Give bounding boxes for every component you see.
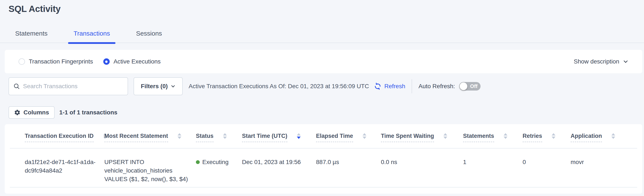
divider (412, 79, 412, 93)
filters-label: Filters (0) (141, 83, 168, 90)
tab-label: Transactions (74, 30, 110, 37)
cell-status: Executing (196, 148, 242, 187)
show-description-label: Show description (574, 58, 619, 65)
active-tab-indicator (68, 42, 116, 44)
cell-time-spent-waiting: 0.0 ns (381, 148, 463, 187)
refresh-icon (374, 82, 382, 90)
filters-button[interactable]: Filters (0) (134, 77, 183, 95)
column-header-status[interactable]: Status (196, 124, 242, 148)
tab-bar: Statements Transactions Sessions (0, 30, 644, 43)
tab-label: Sessions (136, 30, 162, 37)
sql-activity-page: SQL Activity Statements Transactions Ses… (0, 4, 644, 194)
columns-button-label: Columns (24, 109, 49, 116)
column-header-most-recent-statement[interactable]: Most Recent Statement (104, 124, 196, 148)
sort-icon[interactable] (223, 133, 227, 139)
cell-transaction-execution-id: da1f21e2-de71-4c1f-a1da-dc9fc94a84a2 (10, 148, 104, 187)
results-count: 1-1 of 1 transactions (59, 109, 117, 116)
chevron-down-icon (623, 59, 629, 65)
radio-unselected-icon (18, 58, 25, 65)
cell-retries: 0 (522, 148, 570, 187)
radio-label: Active Executions (114, 58, 161, 65)
toggle-knob (460, 82, 467, 90)
cell-application: movr (570, 148, 637, 187)
table-toolbar: Columns 1-1 of 1 transactions (8, 106, 644, 119)
column-header-retries[interactable]: Retries (522, 124, 570, 148)
auto-refresh-toggle[interactable]: Off (459, 82, 480, 91)
column-header-application[interactable]: Application (570, 124, 637, 148)
gear-icon (14, 109, 20, 116)
table-header-row: Transaction Execution ID Most Recent Sta… (10, 124, 637, 148)
cell-start-time: Dec 01, 2023 at 19:56 (242, 148, 316, 187)
controls-row: Filters (0) Active Transaction Execution… (8, 77, 642, 95)
radio-label: Transaction Fingerprints (29, 58, 93, 65)
sort-icon[interactable] (504, 133, 508, 139)
search-icon (13, 83, 20, 90)
refresh-label: Refresh (384, 83, 405, 90)
status-badge: Executing (202, 158, 228, 166)
page-title: SQL Activity (8, 4, 644, 14)
sort-icon[interactable] (178, 133, 182, 139)
cell-elapsed-time: 887.0 µs (316, 148, 381, 187)
cell-statements: 1 (463, 148, 522, 187)
tab-label: Statements (15, 30, 48, 37)
sort-icon[interactable] (362, 133, 366, 139)
tab-transactions[interactable]: Transactions (74, 30, 110, 43)
toggle-state-label: Off (467, 83, 480, 89)
tab-statements[interactable]: Statements (15, 30, 48, 43)
column-header-start-time[interactable]: Start Time (UTC) (242, 124, 316, 148)
tab-sessions[interactable]: Sessions (136, 30, 162, 43)
column-header-transaction-execution-id[interactable]: Transaction Execution ID (10, 124, 104, 148)
search-box[interactable] (8, 77, 128, 95)
view-mode-card: Transaction Fingerprints Active Executio… (5, 50, 642, 73)
transactions-table: Transaction Execution ID Most Recent Sta… (10, 124, 637, 188)
chevron-down-icon (171, 84, 176, 89)
show-description-toggle[interactable]: Show description (574, 58, 629, 65)
cell-most-recent-statement: UPSERT INTO vehicle_location_histories V… (104, 148, 196, 187)
radio-transaction-fingerprints[interactable]: Transaction Fingerprints (18, 58, 93, 65)
columns-button[interactable]: Columns (8, 106, 55, 119)
sort-icon-active-desc[interactable] (297, 133, 301, 139)
column-header-elapsed-time[interactable]: Elapsed Time (316, 124, 381, 148)
sort-icon[interactable] (552, 133, 556, 139)
search-input[interactable] (23, 83, 123, 90)
table-row[interactable]: da1f21e2-de71-4c1f-a1da-dc9fc94a84a2 UPS… (10, 148, 637, 187)
radio-active-executions[interactable]: Active Executions (103, 58, 161, 65)
radio-selected-icon (103, 58, 110, 65)
executing-status-dot-icon (196, 160, 200, 164)
column-header-statements[interactable]: Statements (463, 124, 522, 148)
sort-icon[interactable] (611, 133, 615, 139)
as-of-text: Active Transaction Executions As Of: Dec… (189, 83, 369, 90)
transactions-table-card: Transaction Execution ID Most Recent Sta… (5, 124, 642, 194)
sort-icon[interactable] (444, 133, 447, 139)
column-header-time-spent-waiting[interactable]: Time Spent Waiting (381, 124, 463, 148)
refresh-button[interactable]: Refresh (374, 82, 405, 90)
auto-refresh-label: Auto Refresh: (418, 83, 455, 90)
